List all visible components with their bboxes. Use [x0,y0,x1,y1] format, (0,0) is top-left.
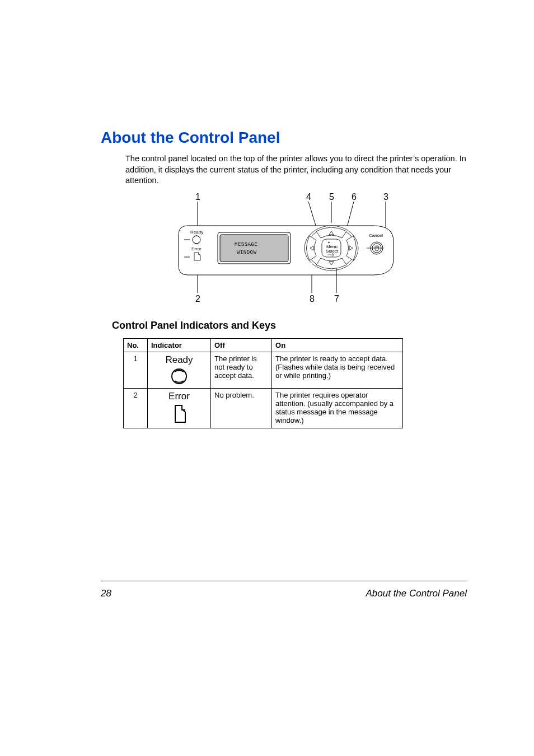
col-on: On [272,338,403,352]
section-subtitle: Control Panel Indicators and Keys [112,320,467,332]
indicators-table: No. Indicator Off On 1 Ready [123,338,403,428]
callout-6: 6 [352,192,357,202]
page-title: About the Control Panel [101,129,467,147]
row1-off: The printer is not ready to accept data. [211,352,272,388]
error-icon [151,403,207,426]
row2-no: 2 [124,388,148,428]
col-no: No. [124,338,148,352]
callout-2: 2 [195,294,200,304]
col-indicator: Indicator [148,338,211,352]
row1-no: 1 [124,352,148,388]
led-error-label: Error [191,246,202,251]
callout-8: 8 [310,294,315,304]
callout-7: 7 [334,294,339,304]
row1-indicator: Ready [148,352,211,388]
message-window-line2: WINDOW [237,250,257,255]
callout-4: 4 [306,192,311,202]
row1-on: The printer is ready to accept data. (Fl… [272,352,403,388]
intro-paragraph: The control panel located on the top of … [125,153,467,186]
table-header-row: No. Indicator Off On [124,338,403,352]
callout-1: 1 [195,192,200,202]
col-off: Off [211,338,272,352]
control-panel-diagram: 1 4 5 6 3 Ready Error [172,192,396,304]
callout-5: 5 [329,192,334,202]
ready-label: Ready [151,354,207,366]
error-label: Error [151,391,207,402]
select-label: Select [326,249,339,254]
row2-off: No problem. [211,388,272,428]
svg-line-3 [346,202,354,229]
led-ready-label: Ready [190,230,203,235]
table-row: 1 Ready The printer is not ready to acce… [124,352,403,388]
footer-rule [101,581,467,581]
row2-on: The printer requires operator attention.… [272,388,403,428]
page-number: 28 [101,588,111,599]
callout-3: 3 [383,192,388,202]
table-row: 2 Error No problem. The printer requires… [124,388,403,428]
svg-point-24 [172,369,186,384]
message-window-line1: MESSAGE [235,242,257,248]
cancel-label: Cancel [369,233,383,238]
row2-indicator: Error [148,388,211,428]
footer-title: About the Control Panel [366,588,467,599]
page-footer: 28 About the Control Panel [101,588,467,599]
svg-line-1 [308,202,317,229]
svg-rect-9 [220,235,288,262]
ready-icon [151,367,207,386]
